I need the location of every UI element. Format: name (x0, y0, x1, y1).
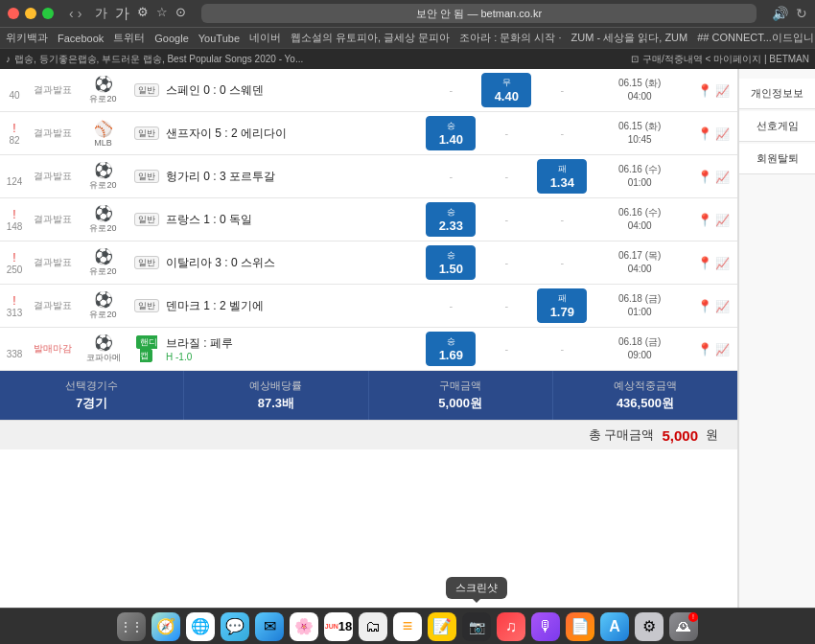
dock-screenshot[interactable]: 📷 스크린샷 (462, 612, 491, 641)
sidebar-item-game[interactable]: 선호게임 (739, 111, 815, 142)
odds-button[interactable]: 승 1.69 (426, 332, 476, 366)
row-number: !313 (0, 285, 29, 328)
window-controls[interactable] (8, 8, 54, 19)
odds-button[interactable]: 무 4.40 (481, 73, 531, 107)
location-icon[interactable]: 📍 (697, 170, 712, 184)
bookmark-wikipedia[interactable]: 위키백과 (6, 31, 48, 45)
sidebar-item-profile[interactable]: 개인정보보 (739, 79, 815, 109)
bookmark-icon[interactable]: ☆ (156, 5, 168, 23)
bookmark-twitter[interactable]: 트위터 (113, 31, 145, 45)
dock-podcasts[interactable]: 🎙 (531, 612, 560, 641)
odds-cell[interactable]: 무 4.40 (478, 69, 534, 112)
chart-icon[interactable]: 📈 (715, 84, 730, 98)
action-icons[interactable]: 📍 📈 (689, 198, 737, 242)
dock-calendar[interactable]: JUN 18 (324, 612, 353, 641)
chart-icon[interactable]: 📈 (715, 171, 730, 184)
bookmark-joara[interactable]: 조아라 : 문화의 시작 · (459, 31, 561, 45)
dock-safari[interactable]: 🧭 (151, 612, 180, 641)
odds-button[interactable]: 승 1.50 (426, 245, 476, 280)
odds-button[interactable]: 승 2.33 (426, 202, 476, 237)
location-icon[interactable]: 📍 (697, 342, 712, 356)
bookmark-youtube[interactable]: YouTube (198, 33, 240, 44)
action-icons[interactable]: 📍 📈 (689, 285, 737, 328)
dock-settings[interactable]: ⚙ (635, 612, 664, 641)
volume-icon[interactable]: 🔊 (772, 6, 788, 21)
location-icon[interactable]: 📍 (697, 299, 712, 313)
font-large-icon[interactable]: 가 (115, 5, 129, 23)
action-icons[interactable]: 📍 📈 (689, 155, 737, 198)
league-name: 코파아메 (80, 352, 127, 364)
location-icon[interactable]: 📍 (697, 83, 712, 98)
dock-timemachine[interactable]: 🕰 ! (669, 612, 698, 641)
bookmark-naver[interactable]: 네이버 (249, 31, 281, 45)
odds-value: 4.40 (495, 89, 519, 104)
bookmark-facebook[interactable]: Facebook (58, 33, 104, 44)
warning-icon: ! (12, 251, 15, 264)
summary-col-games: 선택경기수 7경기 (0, 371, 184, 420)
dock-notes[interactable]: 📝 (428, 612, 456, 641)
action-icons[interactable]: 📍 📈 (689, 112, 737, 155)
minimize-button[interactable] (25, 8, 36, 19)
odds-dash: - (534, 198, 590, 242)
odds-cell[interactable]: 패 1.79 (534, 285, 590, 328)
row-number: !148 (0, 198, 29, 242)
maximize-button[interactable] (42, 8, 54, 19)
dock-finder[interactable]: 🗂 (359, 612, 387, 641)
shield-icon[interactable]: ⊙ (175, 5, 186, 23)
bookmark-munpia[interactable]: 웹소설의 유토피아, 글세상 문피아 (291, 31, 450, 45)
bookmark-zum[interactable]: ZUM - 세상을 읽다, ZUM (571, 31, 688, 45)
chart-icon[interactable]: 📈 (715, 257, 730, 270)
league-name: 유로20 (80, 179, 127, 192)
odds-dash: - (478, 328, 534, 371)
sidebar-item-withdraw[interactable]: 회원탈퇴 (739, 144, 815, 174)
status-cell: 결과발표 (29, 112, 77, 155)
chart-icon[interactable]: 📈 (715, 214, 730, 227)
odds-cell[interactable]: 승 1.40 (423, 112, 478, 155)
dock-reminders[interactable]: ≡ (393, 612, 422, 641)
back-icon[interactable]: ‹ (69, 6, 74, 21)
chart-icon[interactable]: 📈 (715, 127, 730, 141)
dock-appstore[interactable]: A (600, 612, 629, 641)
dock-launchpad[interactable]: ⋮⋮ (117, 612, 146, 641)
dock-pages[interactable]: 📄 (566, 612, 594, 641)
location-icon[interactable]: 📍 (697, 256, 712, 270)
close-button[interactable] (8, 8, 19, 19)
datetime-cell: 06.15 (화)04:00 (590, 69, 689, 112)
odds-button[interactable]: 승 1.40 (426, 116, 476, 150)
dock-chrome[interactable]: 🌐 (186, 612, 215, 641)
bookmark-google[interactable]: Google (154, 33, 188, 44)
summary-expected-value: 436,500원 (557, 395, 734, 412)
row-number: 40 (0, 69, 29, 112)
dock-messages[interactable]: 💬 (221, 612, 249, 641)
row-number: 338 (0, 328, 29, 371)
dock-photos[interactable]: 🌸 (290, 612, 318, 641)
settings-icon[interactable]: ⚙ (137, 5, 149, 23)
odds-cell[interactable]: 승 1.69 (423, 328, 478, 371)
odds-button[interactable]: 패 1.34 (537, 159, 587, 194)
refresh-icon[interactable]: ↻ (796, 6, 807, 21)
action-icons[interactable]: 📍 📈 (689, 242, 737, 285)
bet-table: 40 결과발표 ⚽ 유로20 일반 스페인 0 : 0 스웨덴 - 무 4.40 (0, 69, 737, 371)
nav-controls[interactable]: ‹ › (69, 6, 82, 21)
dock-music[interactable]: ♫ (497, 612, 525, 641)
odds-cell[interactable]: 승 1.50 (423, 242, 478, 285)
type-badge: 일반 (134, 126, 159, 140)
url-bar[interactable]: 보안 안 됨 — betman.co.kr (201, 4, 757, 23)
forward-icon[interactable]: › (78, 6, 82, 21)
bookmark-connect[interactable]: ## CONNECT...이드입니다. ## (697, 31, 815, 45)
chart-icon[interactable]: 📈 (715, 343, 730, 356)
dock-mail[interactable]: ✉ (255, 612, 284, 641)
odds-value: 1.34 (550, 175, 574, 190)
action-icons[interactable]: 📍 📈 (689, 69, 737, 112)
status-cell: 결과발표 (29, 198, 77, 242)
odds-cell[interactable]: 승 2.33 (423, 198, 478, 242)
location-icon[interactable]: 📍 (697, 126, 712, 141)
font-small-icon[interactable]: 가 (95, 5, 107, 23)
chart-icon[interactable]: 📈 (715, 300, 730, 313)
odds-cell[interactable]: 패 1.34 (534, 155, 590, 198)
odds-button[interactable]: 패 1.79 (537, 288, 587, 323)
action-icons[interactable]: 📍 📈 (689, 328, 737, 371)
location-icon[interactable]: 📍 (697, 213, 712, 227)
datetime-cell: 06.16 (수)01:00 (590, 155, 689, 198)
league-icon: ⚽ (94, 162, 113, 178)
